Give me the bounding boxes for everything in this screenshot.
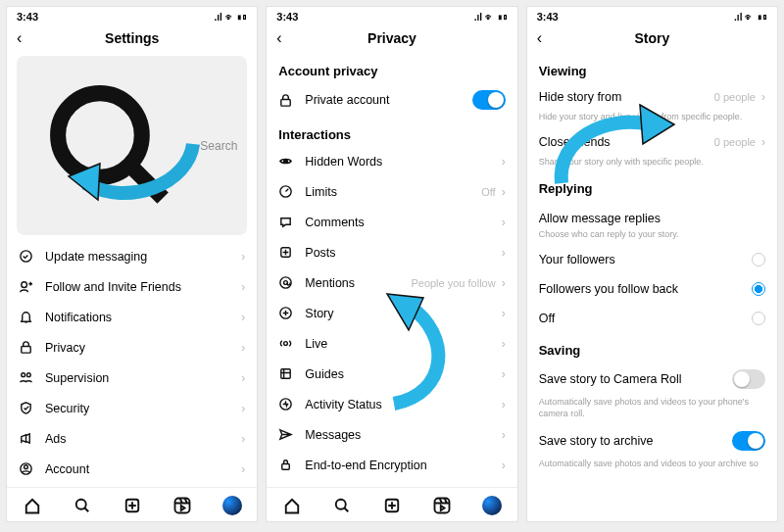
chevron-right-icon: › <box>502 337 506 351</box>
section-interactions: Interactions <box>267 118 516 146</box>
row-hide-story-from[interactable]: Hide story from0 people› <box>527 82 777 112</box>
row-activity-status[interactable]: Activity Status› <box>267 389 516 419</box>
settings-screen: 3:43 .ıl ᯤ ▮▯ ‹ Settings Search Update m… <box>6 6 258 522</box>
header: ‹ Settings <box>7 24 257 54</box>
new-post-icon[interactable] <box>382 496 402 515</box>
reels-icon[interactable] <box>172 496 192 515</box>
row-supervision[interactable]: Supervision› <box>7 363 257 393</box>
status-indicators: .ıl ᯤ ▮▯ <box>734 12 767 23</box>
family-icon <box>19 370 33 385</box>
allow-replies-description: Choose who can reply to your story. <box>527 229 777 245</box>
guides-icon <box>278 366 293 381</box>
radio-your-followers[interactable]: Your followers <box>527 245 777 274</box>
new-post-icon[interactable] <box>122 496 142 515</box>
row-privacy[interactable]: Privacy› <box>7 332 257 363</box>
status-indicators: .ıl ᯤ ▮▯ <box>214 12 247 23</box>
row-messages[interactable]: Messages› <box>267 419 516 450</box>
section-account-privacy: Account privacy <box>267 54 516 82</box>
search-tab-icon[interactable] <box>73 496 92 515</box>
avatar-icon <box>19 461 33 476</box>
radio-followers-you-follow-back[interactable]: Followers you follow back <box>527 274 777 304</box>
chevron-right-icon: › <box>241 462 245 476</box>
row-close-friends[interactable]: Close friends0 people› <box>527 127 777 157</box>
status-bar: 3:43.ıl ᯤ ▮▯ <box>267 7 516 24</box>
chevron-right-icon: › <box>502 428 506 442</box>
settings-list: Update messaging› Follow and Invite Frie… <box>7 241 257 487</box>
row-story[interactable]: Story› <box>267 298 516 328</box>
row-account[interactable]: Account› <box>7 454 257 484</box>
private-account-toggle[interactable] <box>472 90 506 110</box>
row-private-account[interactable]: Private account <box>267 82 516 118</box>
story-screen: 3:43.ıl ᯤ ▮▯ ‹ Story Viewing Hide story … <box>526 6 778 522</box>
row-save-camera-roll[interactable]: Save story to Camera Roll <box>527 362 777 397</box>
comment-icon <box>278 215 293 229</box>
row-help[interactable]: Help› <box>7 484 257 487</box>
chevron-right-icon: › <box>241 341 245 355</box>
clock: 3:43 <box>537 11 559 23</box>
chevron-right-icon: › <box>761 135 765 149</box>
chevron-right-icon: › <box>761 90 765 104</box>
search-placeholder: Search <box>200 139 237 153</box>
row-guides[interactable]: Guides› <box>267 359 516 389</box>
home-icon[interactable] <box>282 496 302 515</box>
privacy-list: Account privacy Private account Interact… <box>267 54 516 487</box>
chevron-right-icon: › <box>241 371 245 385</box>
row-follow-invite[interactable]: Follow and Invite Friends› <box>7 271 257 302</box>
status-bar: 3:43.ıl ᯤ ▮▯ <box>527 7 777 24</box>
back-icon[interactable]: ‹ <box>537 29 542 47</box>
row-hidden-words[interactable]: Hidden Words› <box>267 146 516 176</box>
row-update-messaging[interactable]: Update messaging› <box>7 241 257 271</box>
bell-icon <box>19 310 33 324</box>
page-title: Settings <box>105 30 159 46</box>
row-mentions[interactable]: MentionsPeople you follow› <box>267 267 516 298</box>
row-comments[interactable]: Comments› <box>267 207 516 237</box>
user-plus-icon <box>19 279 33 294</box>
section-replying: Replying <box>527 171 777 200</box>
megaphone-icon <box>19 431 33 446</box>
chevron-right-icon: › <box>502 155 506 169</box>
save-archive-description: Automatically save photos and videos to … <box>527 459 777 474</box>
section-connections: Connections <box>267 480 516 487</box>
save-camera-roll-toggle[interactable] <box>732 369 765 389</box>
row-security[interactable]: Security› <box>7 393 257 423</box>
row-posts[interactable]: Posts› <box>267 237 516 267</box>
activity-icon <box>278 397 293 411</box>
profile-avatar-icon[interactable] <box>482 496 502 515</box>
at-icon <box>278 275 293 290</box>
chevron-right-icon: › <box>241 280 245 294</box>
live-icon <box>278 336 293 351</box>
reels-icon[interactable] <box>432 496 452 515</box>
chevron-right-icon: › <box>502 459 506 472</box>
home-icon[interactable] <box>23 496 42 515</box>
back-icon[interactable]: ‹ <box>17 29 22 47</box>
chevron-right-icon: › <box>502 276 506 290</box>
radio-off[interactable]: Off <box>527 304 777 333</box>
close-friends-description: Share your story only with specific peop… <box>527 157 777 172</box>
gauge-icon <box>278 184 293 199</box>
row-limits[interactable]: LimitsOff› <box>267 176 516 207</box>
eye-icon <box>278 154 293 169</box>
page-title: Privacy <box>368 30 416 46</box>
privacy-screen: 3:43.ıl ᯤ ▮▯ ‹ Privacy Account privacy P… <box>266 6 517 522</box>
search-input[interactable]: Search <box>17 56 247 235</box>
row-save-archive[interactable]: Save story to archive <box>527 423 777 459</box>
chat-icon <box>19 249 33 264</box>
row-notifications[interactable]: Notifications› <box>7 302 257 332</box>
row-live[interactable]: Live› <box>267 328 516 359</box>
search-tab-icon[interactable] <box>332 496 352 515</box>
save-archive-toggle[interactable] <box>732 431 765 451</box>
radio-icon <box>752 282 765 296</box>
status-indicators: .ıl ᯤ ▮▯ <box>474 12 508 23</box>
chevron-right-icon: › <box>502 185 506 199</box>
lock-icon <box>19 340 33 355</box>
plus-square-icon <box>278 245 293 260</box>
status-bar: 3:43 .ıl ᯤ ▮▯ <box>7 7 257 24</box>
back-icon[interactable]: ‹ <box>276 29 281 47</box>
search-icon <box>26 62 194 229</box>
chevron-right-icon: › <box>502 307 506 320</box>
profile-avatar-icon[interactable] <box>222 496 242 515</box>
hide-story-description: Hide your story and live videos from spe… <box>527 112 777 127</box>
encryption-icon <box>278 458 293 472</box>
row-ads[interactable]: Ads› <box>7 423 257 454</box>
row-e2e-encryption[interactable]: End-to-end Encryption› <box>267 450 516 480</box>
